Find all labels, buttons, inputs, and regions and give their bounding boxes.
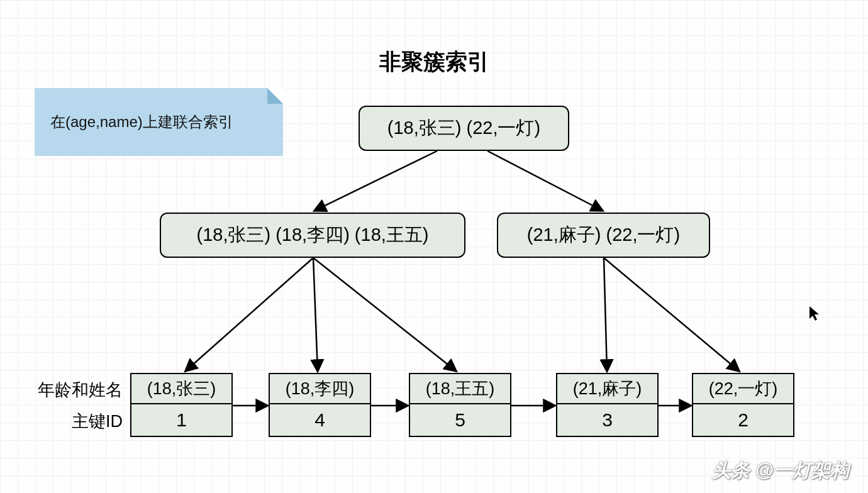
leaf-id: 5 [410,404,510,436]
watermark-text: 头条 @一灯架构 [712,458,849,484]
note-text: 在(age,name)上建联合索引 [50,112,233,132]
leaf-id: 2 [693,404,793,436]
leaf-node: (22,一灯) 2 [692,373,794,437]
leaf-key: (18,李四) [270,374,370,404]
leaf-node: (18,李四) 4 [269,373,371,437]
note-fold-icon [267,88,283,104]
svg-line-6 [604,258,739,371]
tree-root-node: (18,张三) (22,一灯) [359,106,569,151]
leaf-node: (21,麻子) 3 [556,373,659,437]
tree-mid-right-node: (21,麻子) (22,一灯) [497,213,710,258]
leaf-node: (18,张三) 1 [130,373,233,437]
row-label-bot: 主键ID [13,410,123,433]
svg-line-4 [313,258,456,371]
cursor-icon [808,305,821,325]
svg-line-0 [314,151,437,211]
leaf-id: 4 [270,404,370,436]
note-box: 在(age,name)上建联合索引 [35,88,283,156]
row-label-top: 年龄和姓名 [13,379,123,401]
tree-mid-left-node: (18,张三) (18,李四) (18,王五) [160,213,465,258]
svg-line-2 [186,258,313,371]
svg-line-3 [313,258,318,371]
diagram-title: 非聚簇索引 [379,47,489,77]
leaf-id: 1 [131,404,231,436]
leaf-key: (22,一灯) [693,374,793,404]
leaf-key: (21,麻子) [557,374,657,404]
leaf-id: 3 [557,404,657,436]
leaf-node: (18,王五) 5 [409,373,511,437]
leaf-key: (18,张三) [131,374,231,404]
svg-line-5 [604,258,607,371]
svg-line-1 [487,151,603,211]
leaf-key: (18,王五) [410,374,510,404]
